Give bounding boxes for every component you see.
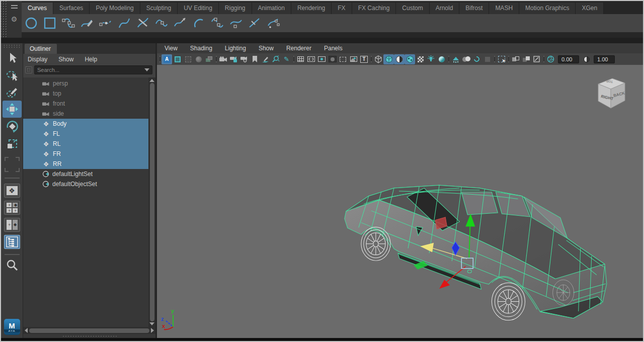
wireframe-mode-button[interactable] xyxy=(373,54,383,64)
outliner-tab[interactable]: Outliner xyxy=(25,44,57,54)
xray-joints-button[interactable] xyxy=(521,54,531,64)
select-tool[interactable] xyxy=(3,49,22,66)
wireframe-on-shaded-button[interactable] xyxy=(394,54,405,64)
shelf-menu-icon[interactable] xyxy=(11,5,18,9)
layout-single-pane-button[interactable]: ❖ xyxy=(4,184,20,198)
grease-pencil-layers-button[interactable] xyxy=(260,54,271,64)
gate-mask-button[interactable] xyxy=(327,54,338,64)
select-camera-tool[interactable] xyxy=(218,54,228,64)
vp-menu-renderer[interactable]: Renderer xyxy=(286,45,311,52)
gamma-button[interactable] xyxy=(581,54,592,64)
exposure-field[interactable]: 0.00 xyxy=(558,55,579,63)
vp-menu-view[interactable]: View xyxy=(165,45,178,52)
hscroll-thumb[interactable] xyxy=(29,328,149,333)
shelf-tab-custom[interactable]: Custom xyxy=(396,3,429,14)
outliner-resize-grip[interactable] xyxy=(23,334,155,338)
outliner-item-fl[interactable]: ❖ FL xyxy=(23,129,148,139)
paint-select-tool[interactable] xyxy=(3,83,22,101)
shelf-tab-animation[interactable]: Animation xyxy=(252,3,291,14)
safe-title-button[interactable]: T xyxy=(359,54,369,64)
toolbox-grip[interactable] xyxy=(3,44,21,48)
vp-menu-panels[interactable]: Panels xyxy=(324,45,343,52)
pencil-curve-tool-icon[interactable] xyxy=(79,16,95,31)
bookmark-button[interactable] xyxy=(250,54,260,64)
resolution-gate-button[interactable] xyxy=(316,54,327,64)
camera-attributes-button[interactable] xyxy=(172,54,183,64)
extend-curve-icon[interactable] xyxy=(173,16,188,31)
scroll-right-icon[interactable] xyxy=(151,328,154,333)
outliner-item-persp[interactable]: persp xyxy=(23,78,148,89)
shaded-mode-button[interactable] xyxy=(383,54,394,64)
view-cube[interactable]: RIGHT BACK TOP xyxy=(592,74,630,115)
vp-menu-shading[interactable]: Shading xyxy=(190,45,212,52)
scroll-left-icon[interactable] xyxy=(25,328,28,333)
outliner-hscrollbar[interactable] xyxy=(23,327,155,334)
shelf-tab-surfaces[interactable]: Surfaces xyxy=(53,3,90,14)
shelf-tab-rigging[interactable]: Rigging xyxy=(219,3,252,14)
viewport-canvas[interactable]: RIGHT BACK TOP y z x xyxy=(157,65,643,338)
ep-curve-tool-icon[interactable] xyxy=(98,16,113,31)
image-layers-button[interactable] xyxy=(204,54,214,64)
multisample-button[interactable] xyxy=(482,54,493,64)
offset-curve-icon[interactable] xyxy=(266,16,281,31)
layout-outliner-button[interactable] xyxy=(4,235,20,249)
ambient-occlusion-button[interactable] xyxy=(450,54,461,64)
use-default-material-button[interactable] xyxy=(415,54,426,64)
layout-two-pane-button[interactable]: +◆ xyxy=(4,218,20,232)
shelf-tab-fx-caching[interactable]: FX Caching xyxy=(352,3,396,14)
shelf-tab-sculpting[interactable]: Sculpting xyxy=(140,3,178,14)
shelf-tab-mash[interactable]: MASH xyxy=(489,3,519,14)
outliner-item-side[interactable]: side xyxy=(23,109,148,119)
shelf-gear-icon[interactable]: ⚙ xyxy=(11,16,18,23)
all-lights-button[interactable] xyxy=(426,54,436,64)
shelf-drag-grip[interactable] xyxy=(1,1,7,38)
outliner-menu-help[interactable]: Help xyxy=(85,56,97,63)
nurbs-circle-icon[interactable] xyxy=(24,16,39,31)
outliner-item-top[interactable]: top xyxy=(23,89,148,99)
shelf-tab-fx[interactable]: FX xyxy=(332,3,352,14)
field-chart-button[interactable] xyxy=(338,54,348,64)
film-gate-button[interactable] xyxy=(306,54,316,64)
vp-menu-show[interactable]: Show xyxy=(259,45,274,52)
outliner-item-fr[interactable]: ❖ FR xyxy=(23,149,148,159)
maya-logo[interactable]: M AYA xyxy=(4,319,20,335)
shelf-tab-rendering[interactable]: Rendering xyxy=(291,3,332,14)
cv-curve-tool-icon[interactable] xyxy=(61,16,76,31)
safe-action-button[interactable] xyxy=(348,54,359,64)
lock-camera-button[interactable] xyxy=(228,54,239,64)
vp-menu-lighting[interactable]: Lighting xyxy=(225,45,246,52)
shelf-tab-motion-graphics[interactable]: Motion Graphics xyxy=(519,3,576,14)
shelf-tab-curves[interactable]: Curves xyxy=(22,3,53,14)
vscroll-thumb[interactable] xyxy=(150,83,154,321)
arc-tool-icon[interactable] xyxy=(191,16,206,31)
textured-mode-button[interactable] xyxy=(405,54,415,64)
scroll-up-icon[interactable] xyxy=(149,79,154,82)
attach-curves-icon[interactable] xyxy=(154,16,169,31)
last-tool-slot[interactable] xyxy=(5,157,20,172)
detach-curves-icon[interactable] xyxy=(210,16,225,31)
lasso-select-tool[interactable] xyxy=(3,66,22,83)
outliner-item-rl[interactable]: ❖ RL xyxy=(23,139,148,149)
camera-settings-button[interactable] xyxy=(239,54,250,64)
anti-aliasing-button[interactable] xyxy=(471,54,482,64)
insert-knot-icon[interactable] xyxy=(228,16,244,31)
move-tool[interactable] xyxy=(3,101,22,118)
grease-pencil-button[interactable]: ✎ xyxy=(281,54,292,64)
outliner-item-defaultobjectset[interactable]: defaultObjectSet xyxy=(23,179,148,189)
bezier-curve-tool-icon[interactable] xyxy=(117,16,132,31)
exposure-button[interactable] xyxy=(545,54,556,64)
outliner-vscrollbar[interactable] xyxy=(148,77,155,327)
rotate-tool[interactable] xyxy=(3,118,22,135)
shelf-tab-bifrost[interactable]: Bifrost xyxy=(459,3,489,14)
shading-sphere-button[interactable] xyxy=(193,54,204,64)
view-cube-top-label[interactable]: TOP xyxy=(606,79,613,83)
scroll-down-icon[interactable] xyxy=(149,322,154,325)
outliner-menu-show[interactable]: Show xyxy=(58,56,73,63)
outliner-menu-display[interactable]: Display xyxy=(28,56,47,63)
shelf-tab-uv-editing[interactable]: UV Editing xyxy=(178,3,219,14)
isolate-select-button[interactable]: ➤ xyxy=(496,54,507,64)
outliner-item-front[interactable]: front xyxy=(23,99,148,109)
select-camera-button[interactable] xyxy=(183,54,193,64)
shelf-tab-poly-modeling[interactable]: Poly Modeling xyxy=(90,3,140,14)
scale-tool[interactable] xyxy=(3,135,22,152)
